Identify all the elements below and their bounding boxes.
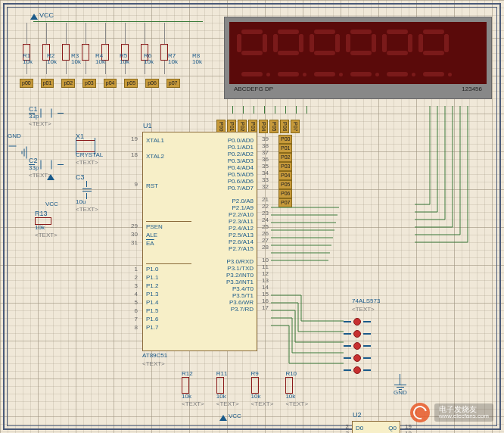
watermark: 电子发烧友 www.elecfans.com [410, 403, 493, 422]
resistor-bank-top [23, 23, 168, 74]
crystal-ref: X1 [76, 133, 103, 140]
resistor-r8 [160, 23, 168, 74]
net-label: p00 [20, 79, 33, 88]
resistor-bank-bottom: R1210k<TEXT> R1110k<TEXT> R910k<TEXT> R1… [182, 371, 308, 407]
resistor-r2 [42, 23, 50, 74]
push-button[interactable] [344, 342, 371, 350]
resistor-r7 [141, 23, 148, 74]
resistor-r5 [101, 23, 109, 74]
p3-wires [271, 288, 347, 371]
bus-wires [271, 206, 339, 266]
resistor-r3 [62, 23, 70, 74]
resistor-r4 [82, 23, 89, 74]
digit-labels: 123456 [462, 86, 482, 92]
seven-segment-display: ABCDEFG DP 123456 [224, 17, 492, 99]
chip-u2: U2 D0 D1 D2 D3 D4 D5 D6 D7 LE OE Q0 Q1 Q… [352, 421, 400, 433]
cap-c1-ref: C1 [29, 106, 64, 113]
cap-c2-ref: C2 [29, 157, 64, 164]
vcc-arrow-icon [47, 174, 54, 180]
chip-u1: U1 XTAL1 XTAL2 RST PSEN ALE EA P1.0 P1.1… [142, 132, 257, 351]
vcc-arrow-icon [30, 14, 38, 20]
segment-labels: ABCDEFG DP [234, 86, 273, 92]
push-button[interactable] [344, 318, 371, 326]
vcc-label: VCC [39, 12, 54, 19]
push-button[interactable] [344, 366, 371, 374]
vcc-arrow-icon [219, 415, 227, 421]
resistor-icon [182, 377, 189, 394]
resistor-r1 [23, 23, 30, 74]
display-bus-wires [415, 106, 490, 265]
u1-ref: U1 [143, 122, 152, 129]
elecfans-logo-icon [410, 403, 430, 422]
gnd-left: GND [12, 142, 24, 155]
resistor-r6 [121, 23, 129, 74]
watermark-url: www.elecfans.com [439, 413, 489, 420]
u2-part: 74ALS573 [352, 298, 380, 304]
resistor-r13-ref: R13 [35, 210, 58, 217]
cap-c3-ref: C3 [76, 174, 98, 181]
button-bank [344, 318, 371, 374]
push-button[interactable] [344, 330, 371, 338]
gnd-bottom: GND [394, 374, 407, 396]
crystal-icon [76, 140, 95, 152]
u1-part: AT89C51 [142, 353, 167, 359]
push-button[interactable] [344, 354, 371, 362]
u2-ref: U2 [353, 411, 362, 419]
